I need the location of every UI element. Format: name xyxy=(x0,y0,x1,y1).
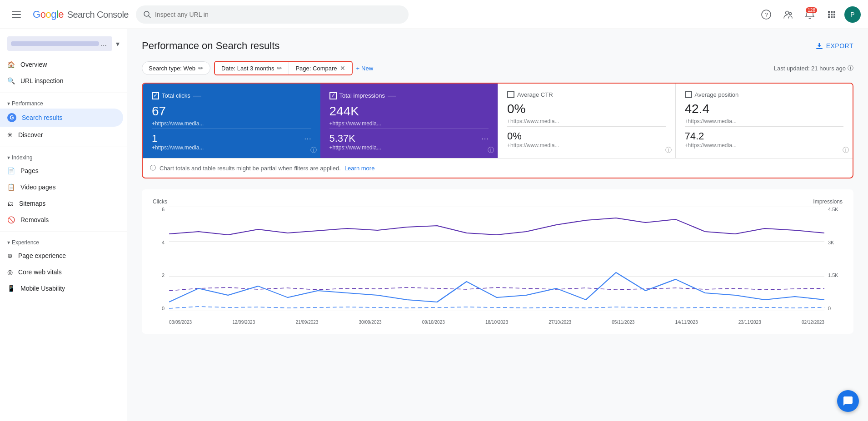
svg-rect-9 xyxy=(828,11,830,13)
metric-row2: 0% +https://www.media... xyxy=(507,126,666,149)
sidebar-item-label: Video pages xyxy=(20,183,56,191)
sidebar-item-mobile-usability[interactable]: 📱 Mobile Usability xyxy=(0,280,123,297)
help-icon[interactable]: ⓘ xyxy=(848,64,853,72)
svg-rect-14 xyxy=(833,14,835,15)
discover-icon: ✳ xyxy=(7,131,13,139)
sidebar-item-discover[interactable]: ✳ Discover xyxy=(0,127,123,143)
ctr-checkbox[interactable] xyxy=(507,91,514,98)
help-icon[interactable]: ⓘ xyxy=(310,146,317,154)
page-header: Performance on Search results EXPORT xyxy=(142,40,853,52)
new-filter-label: New xyxy=(361,65,373,72)
y-label: 4 xyxy=(162,240,165,245)
nav-main: 🏠 Overview 🔍 URL inspection xyxy=(0,54,127,91)
chat-button[interactable] xyxy=(837,390,859,412)
help-icon[interactable]: ⓘ xyxy=(665,146,672,154)
sidebar-item-overview[interactable]: 🏠 Overview xyxy=(0,56,123,73)
filter-label: Date: Last 3 months xyxy=(221,65,274,72)
metric-header: Average position xyxy=(685,91,844,98)
metric-url-2: +https://www.media... xyxy=(685,142,844,149)
header-actions: ? 128 xyxy=(757,5,861,24)
date-filter[interactable]: Date: Last 3 months ✏ xyxy=(215,62,289,74)
property-selector[interactable]: ... ▾ xyxy=(7,36,120,51)
property-bar[interactable]: ... xyxy=(7,36,112,51)
position-checkbox[interactable] xyxy=(685,91,692,98)
mobile-usability-icon: 📱 xyxy=(7,285,15,292)
total-impressions-card[interactable]: Total impressions — 244K +https://www.me… xyxy=(320,84,498,158)
average-ctr-card[interactable]: Average CTR 0% +https://www.media... 0% … xyxy=(498,84,675,158)
sidebar-item-page-experience[interactable]: ⊕ Page experience xyxy=(0,248,123,264)
more-options-icon[interactable]: ⋯ xyxy=(304,134,311,143)
new-filter-button[interactable]: + New xyxy=(356,65,374,72)
help-icon[interactable]: ? xyxy=(757,5,775,24)
chart-area: 6 4 2 0 4.5K 3K 1.5K 0 xyxy=(153,207,843,325)
metric-value-2: 5.37K xyxy=(329,133,356,144)
manage-users-icon[interactable] xyxy=(779,5,797,24)
avatar[interactable]: P xyxy=(844,6,861,23)
core-web-vitals-icon: ◎ xyxy=(7,268,13,276)
metric-value-1: 42.4 xyxy=(685,102,844,116)
help-icon[interactable]: ⓘ xyxy=(488,146,494,154)
filter-label: Page: Compare xyxy=(295,65,337,72)
experience-section-label[interactable]: ▾ Experience xyxy=(0,236,127,248)
sidebar-item-core-web-vitals[interactable]: ◎ Core web vitals xyxy=(0,264,123,280)
performance-section-label[interactable]: ▾ Performance xyxy=(0,97,127,109)
notifications-icon[interactable]: 128 xyxy=(801,5,819,24)
more-options-icon[interactable]: ⋯ xyxy=(481,134,489,143)
total-clicks-card[interactable]: Total clicks — 67 +https://www.media... … xyxy=(143,84,320,158)
filter-label: Search type: Web xyxy=(149,65,195,72)
chart-container: Clicks Impressions 6 4 2 0 4.5K 3K 1.5K … xyxy=(142,189,853,334)
metric-url-1: +https://www.media... xyxy=(152,120,311,127)
metric-label: Total impressions xyxy=(339,92,385,99)
svg-point-8 xyxy=(789,12,792,15)
metrics-grid: Total clicks — 67 +https://www.media... … xyxy=(143,84,853,158)
search-bar[interactable] xyxy=(136,5,409,24)
sidebar-item-video-pages[interactable]: 📋 Video pages xyxy=(0,179,123,195)
search-type-filter[interactable]: Search type: Web ✏ xyxy=(142,61,210,75)
metric-value-2: 74.2 xyxy=(685,130,844,142)
sidebar-item-search-results[interactable]: G Search results xyxy=(0,109,123,127)
sidebar-item-label: Discover xyxy=(18,131,43,139)
metric-header: Average CTR xyxy=(507,91,666,98)
x-label: 23/11/2023 xyxy=(738,320,761,325)
svg-text:?: ? xyxy=(764,11,768,18)
metric-value-1: 67 xyxy=(152,104,311,119)
sidebar-item-url-inspection[interactable]: 🔍 URL inspection xyxy=(0,73,123,89)
removals-icon: 🚫 xyxy=(7,216,15,223)
clicks-checkbox[interactable] xyxy=(152,92,159,99)
page-filter[interactable]: Page: Compare ✕ xyxy=(289,62,351,74)
export-button[interactable]: EXPORT xyxy=(815,42,853,50)
metric-value-2: 0% xyxy=(507,130,666,142)
close-icon[interactable]: ✕ xyxy=(340,64,345,72)
metrics-container: Total clicks — 67 +https://www.media... … xyxy=(142,83,853,178)
average-position-card[interactable]: Average position 42.4 +https://www.media… xyxy=(675,84,853,158)
chat-icon xyxy=(843,396,853,406)
sidebar-item-pages[interactable]: 📄 Pages xyxy=(0,163,123,179)
apps-icon[interactable] xyxy=(823,5,841,24)
x-label: 03/09/2023 xyxy=(169,320,192,325)
sidebar-item-label: URL inspection xyxy=(20,77,63,84)
indexing-section-label[interactable]: ▾ Indexing xyxy=(0,151,127,163)
sidebar-item-sitemaps[interactable]: 🗂 Sitemaps xyxy=(0,195,123,212)
sidebar-item-removals[interactable]: 🚫 Removals xyxy=(0,212,123,228)
nav-experience: ▾ Experience ⊕ Page experience ◎ Core we… xyxy=(0,234,127,298)
metric-url-2: +https://www.media... xyxy=(507,142,666,149)
menu-icon[interactable] xyxy=(7,5,25,24)
chevron-down-icon[interactable]: ▾ xyxy=(116,40,120,48)
learn-more-link[interactable]: Learn more xyxy=(344,165,374,172)
x-label: 02/12/2023 xyxy=(802,320,824,325)
page-title: Performance on Search results xyxy=(142,40,279,52)
metric-label: Total clicks xyxy=(162,92,190,99)
y-label: 3K xyxy=(828,240,834,245)
section-title: Performance xyxy=(12,100,43,107)
svg-rect-1 xyxy=(12,14,21,15)
impressions-checkbox[interactable] xyxy=(329,92,337,99)
metric-row2: 1 ⋯ +https://www.media... xyxy=(152,129,311,151)
search-input[interactable] xyxy=(155,11,401,18)
warning-text: Chart totals and table results might be … xyxy=(160,165,341,172)
minimize-icon[interactable]: — xyxy=(388,91,396,100)
help-icon[interactable]: ⓘ xyxy=(843,146,849,154)
x-axis-labels: 03/09/2023 12/09/2023 21/09/2023 30/09/2… xyxy=(169,320,824,325)
svg-rect-15 xyxy=(828,16,830,18)
minimize-icon[interactable]: — xyxy=(193,91,201,100)
logo-text: Google Search Console xyxy=(33,9,129,20)
